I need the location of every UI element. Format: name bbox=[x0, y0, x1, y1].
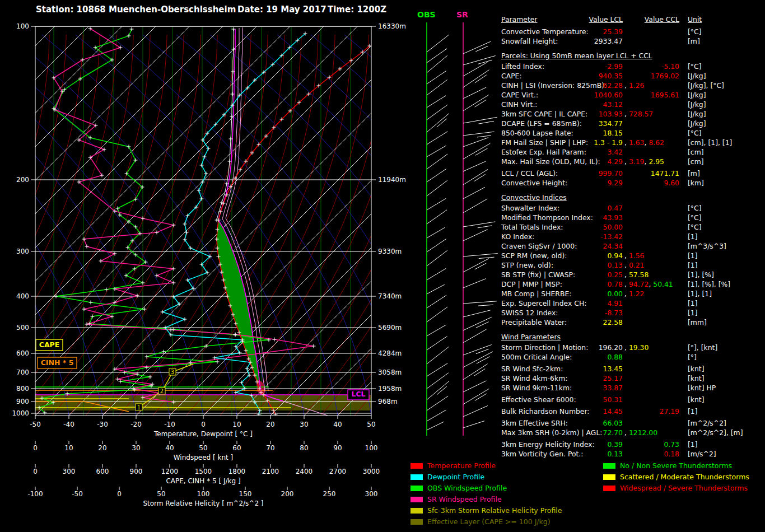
windspeed-axis-label: Windspeed [ knt ] bbox=[174, 454, 233, 461]
obs-wind-barb bbox=[427, 347, 449, 364]
table-header: ParameterValue LCLValue CCLUnit bbox=[501, 15, 762, 25]
value-lcl: 25.39 bbox=[501, 27, 623, 36]
unit-label: [1] bbox=[688, 251, 698, 260]
value-lcl-extra: , 57.58 bbox=[624, 270, 649, 279]
unit-label: [1], [%], [%] bbox=[688, 279, 730, 289]
severity-legend-item: Scattered / Moderate Thunderstorms bbox=[603, 473, 749, 484]
grid-moist-adiabat bbox=[0, 35, 32, 416]
legend-label: Sfc-3km Storm Relative Helicity Profile bbox=[427, 506, 562, 515]
obs-wind-barb bbox=[427, 96, 446, 108]
windspeed-tick-label: 0 bbox=[33, 444, 38, 452]
value-lcl-extra: , 728.57 bbox=[624, 109, 653, 119]
obs-wind-barb bbox=[427, 307, 447, 322]
sr-wind-barb-tick bbox=[474, 174, 486, 181]
windspeed-tick-label: 70 bbox=[266, 444, 274, 452]
legend-item: SR Windspeed Profile bbox=[411, 495, 562, 506]
srh-tick-label: 0 bbox=[117, 490, 122, 498]
value-ccl: 1471.71 bbox=[585, 169, 679, 178]
pressure-tick-label: 800 bbox=[16, 385, 29, 393]
value-lcl: 0.94 bbox=[501, 251, 623, 260]
obs-wind-barb bbox=[427, 49, 447, 63]
legend-label: Widespread / Severe Thunderstorms bbox=[620, 484, 748, 492]
cape-axis-label: CAPE, CINH * 5 [ J/kg ] bbox=[166, 477, 240, 485]
temperature-tick-label: -10 bbox=[164, 421, 175, 428]
legend-label: Dewpoint Profile bbox=[427, 473, 484, 481]
grid-moist-adiabat bbox=[186, 35, 352, 416]
sr-wind-barb-tick bbox=[475, 394, 487, 401]
grid-moist-adiabat bbox=[0, 35, 16, 416]
unit-label: [J/kg] bbox=[688, 71, 706, 81]
unit-label: [J/kg] bbox=[688, 119, 706, 128]
srh-tick-label: 50 bbox=[157, 490, 165, 498]
value-lcl: 72.70 bbox=[501, 428, 623, 437]
sr-wind-barb-tick bbox=[475, 75, 487, 83]
grid-moist-adiabat bbox=[69, 35, 234, 416]
sr-wind-barb bbox=[463, 161, 486, 171]
unit-label: [m^2/s^2], [m] bbox=[688, 428, 743, 437]
obs-wind-barb bbox=[427, 210, 447, 224]
obs-wind-barb bbox=[427, 410, 446, 421]
table-row: DCAPE (LFS = 685mB):334.77[J/kg] bbox=[501, 119, 762, 128]
sr-wind-barb-tick bbox=[475, 46, 488, 52]
header-value-ccl: Value CCL bbox=[585, 15, 679, 24]
unit-label: [knt] bbox=[688, 395, 705, 404]
temperature-tick-label: 10 bbox=[232, 421, 241, 428]
value-ccl: 1769.02 bbox=[585, 71, 679, 81]
temperature-tick-label: 0 bbox=[201, 421, 206, 428]
value-lcl: 50.00 bbox=[501, 222, 623, 232]
temperature-tick-label: -30 bbox=[97, 421, 108, 428]
value-lcl: 0.88 bbox=[501, 352, 623, 362]
grid-isotherm bbox=[102, 26, 492, 416]
cape-tick-label: 1200 bbox=[161, 468, 179, 475]
table-row: SWISS 12 Index:-8.73[1] bbox=[501, 308, 762, 318]
unit-label: [knt] bbox=[688, 374, 705, 383]
sr-wind-barb bbox=[463, 143, 490, 159]
value-ccl: 0.73 bbox=[585, 440, 679, 449]
grid-dry-adiabat bbox=[0, 35, 35, 416]
unit-label: [knt] bbox=[688, 364, 705, 374]
profile-legend: Temperature ProfileDewpoint ProfileOBS W… bbox=[411, 461, 562, 529]
height-tick-label: 16330m bbox=[378, 22, 406, 30]
table-row: Storm Direction | Motion:196.20, 19.30[°… bbox=[501, 343, 762, 352]
sr-wind-barb bbox=[463, 389, 489, 404]
windspeed-tick-label: 90 bbox=[333, 444, 342, 452]
unit-label: [1] bbox=[688, 260, 698, 270]
unit-label: [mm] bbox=[688, 318, 707, 327]
sr-wind-barb bbox=[463, 230, 488, 241]
severity-legend-item: Widespread / Severe Thunderstorms bbox=[603, 484, 749, 495]
table-row: CAPE Virt.:1040.601695.61[J/kg] bbox=[501, 90, 762, 100]
cape-tick-label: 2100 bbox=[262, 468, 279, 475]
sr-wind-barb-tick bbox=[477, 136, 491, 137]
cape-tick-label: 900 bbox=[130, 468, 143, 475]
value-lcl-extra: , 0.21 bbox=[624, 260, 644, 270]
value-lcl: 25.17 bbox=[501, 374, 623, 383]
sr-wind-barb bbox=[463, 169, 488, 185]
grid-moist-adiabat bbox=[338, 35, 503, 416]
value-lcl-extra: , 1.63, 8.62 bbox=[624, 138, 664, 147]
obs-wind-barb bbox=[427, 250, 447, 266]
value-lcl: 0.25 bbox=[501, 270, 623, 279]
height-tick-label: 9330m bbox=[378, 248, 402, 255]
unit-label: [J/kg] bbox=[688, 90, 706, 100]
sr-wind-barb-tick bbox=[476, 322, 489, 328]
sr-wind-barb bbox=[463, 301, 497, 304]
table-row: Effective Shear 6000:50.31[knt] bbox=[501, 395, 762, 404]
table-row: 3km SFC CAPE | IL CAPE:103.93, 728.57[J/… bbox=[501, 109, 762, 119]
sr-wind-barb-tick bbox=[477, 357, 490, 364]
obs-wind-barb bbox=[427, 284, 445, 294]
value-ccl: 0.18 bbox=[585, 449, 679, 459]
srh-height-mark-label: 2 bbox=[160, 388, 164, 394]
windspeed-tick-label: 80 bbox=[300, 444, 308, 452]
srh-tick-label: 200 bbox=[281, 490, 294, 498]
unit-label: [J/kg], [°C] bbox=[688, 81, 724, 90]
table-row: Exp. Supercell Index CH:4.91[1] bbox=[501, 298, 762, 308]
legend-label: Temperature Profile bbox=[427, 461, 496, 470]
sr-wind-barb bbox=[463, 117, 497, 123]
table-row: 3km Vorticity Gen. Pot.:0.130.18[m/s^2] bbox=[501, 449, 762, 459]
cape-tick-label: 600 bbox=[96, 468, 109, 475]
cinh-label: CINH * 5 bbox=[41, 358, 74, 367]
sr-wind-barb bbox=[463, 70, 489, 87]
value-lcl-extra: , 3.19, 2.95 bbox=[624, 157, 664, 166]
lcl-label: LCL bbox=[351, 390, 365, 398]
table-row: Convective Temperature:25.39[°C] bbox=[501, 27, 762, 36]
